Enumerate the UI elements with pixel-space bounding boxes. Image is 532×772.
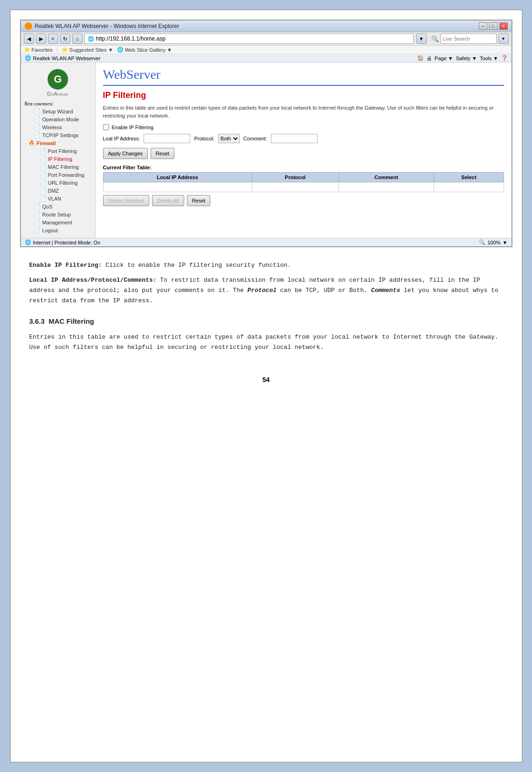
firewall-label-text: Firewall (37, 140, 56, 146)
local-text2: can be TCP, UDP or Both. (276, 287, 371, 294)
protocol-label: Protocol: (194, 136, 214, 141)
page-icon13: 📄 (34, 211, 41, 217)
enable-text: Click to enable the IP filtering securit… (102, 262, 291, 269)
comment-label: Comment: (243, 136, 267, 141)
enable-ip-filtering-checkbox[interactable] (103, 124, 109, 130)
table-reset-button[interactable]: Reset (187, 195, 211, 206)
local-heading: Local IP Address/Protocol/Comments: (29, 277, 157, 284)
address-bar[interactable]: 🌐 http://192.168.1.1/home.asp (84, 34, 414, 44)
sidebar-item-dmz[interactable]: 📄 DMZ (21, 187, 95, 195)
route-setup-label: Route Setup (42, 212, 71, 217)
tcp-ip-label: TCP/IP Settings (42, 132, 79, 138)
sidebar-logo: G GoAhead (21, 66, 95, 99)
suggested-sites[interactable]: ⭐ Suggested Sites ▼ (62, 47, 113, 53)
local-ip-label: Loal IP Address: (103, 136, 140, 141)
sidebar-item-vlan[interactable]: 📄 VLAN (21, 195, 95, 202)
status-right: 🔍 100% ▼ (479, 239, 507, 245)
wireless-label: Wireless (42, 125, 62, 130)
star-icon: ⭐ (24, 47, 30, 53)
logo-letter: G (54, 73, 62, 85)
sidebar-item-operation-mode[interactable]: 📄 Operation Mode (21, 115, 95, 123)
empty-cell-1 (103, 182, 252, 192)
search-input[interactable] (441, 34, 497, 44)
protocol-bold-italic: Protocol (248, 287, 276, 294)
col-protocol: Protocol (252, 173, 339, 182)
page-icon11: 📄 (40, 195, 46, 202)
help-icon: ❓ (501, 55, 508, 61)
browser-controls: ─ □ ✕ (479, 22, 508, 30)
port-forwarding-label: Port Forwarding (48, 172, 84, 178)
address-go-button[interactable]: ▼ (416, 34, 427, 44)
operation-mode-label: Operation Mode (42, 117, 79, 122)
enable-paragraph: Enable IP Filtering: Click to enable the… (29, 260, 503, 271)
mac-filtering-label: MAC Filtering (48, 164, 79, 170)
delete-all-button[interactable]: Delete All (152, 195, 184, 206)
url-filtering-label: URL Filtering (48, 180, 78, 186)
sidebar-item-ip-filtering[interactable]: 📄 IP Filtering (21, 155, 95, 163)
maximize-button[interactable]: □ (489, 22, 497, 30)
status-left: 🌐 Internet | Protected Mode: On (25, 239, 101, 245)
back-button[interactable]: ◀ (24, 34, 34, 44)
refresh-button[interactable]: ↻ (60, 34, 70, 44)
search-icon: 🔍 (431, 35, 439, 42)
page-icon3: 📄 (34, 124, 41, 130)
enable-row: Enable IP Filtering (103, 124, 504, 130)
close-button[interactable]: ✕ (499, 22, 508, 30)
page-menu[interactable]: Page ▼ (435, 56, 453, 61)
browser-navbar: ◀ ▶ ✕ ↻ ⌂ 🌐 http://192.168.1.1/home.asp … (21, 32, 511, 46)
empty-cell-4 (434, 182, 504, 192)
zoom-icon: 🔍 (479, 239, 485, 245)
sidebar-item-tcp-ip[interactable]: 📄 TCP/IP Settings (21, 131, 95, 139)
col-comment: Comment (339, 173, 434, 182)
comment-input[interactable] (271, 134, 318, 143)
sidebar-item-qos[interactable]: 📄 QoS (21, 202, 95, 210)
search-button[interactable]: ▼ (498, 34, 509, 44)
web-slice[interactable]: 🌐 Web Slice Gallery ▼ (117, 47, 172, 53)
tools-menu[interactable]: Tools ▼ (480, 56, 498, 61)
safety-menu[interactable]: Safety ▼ (456, 56, 477, 61)
favorites-bar: ⭐ Favorites | ⭐ Suggested Sites ▼ 🌐 Web … (21, 46, 511, 54)
reset-button[interactable]: Reset (151, 148, 174, 159)
toolbar2-right: 🏠 🖨 Page ▼ Safety ▼ Tools ▼ ❓ (417, 55, 507, 61)
zoom-level: 100% (487, 240, 500, 245)
sidebar-item-mac-filtering[interactable]: 📄 MAC Filtering (21, 163, 95, 171)
vlan-label: VLAN (48, 196, 62, 202)
protocol-select[interactable]: Both TCP UDP (218, 134, 240, 143)
apply-changes-button[interactable]: Apply Changes (103, 148, 148, 159)
stop-button[interactable]: ✕ (48, 34, 58, 44)
sidebar-item-logout[interactable]: 📄 Logout (21, 226, 95, 234)
home-button[interactable]: ⌂ (72, 34, 83, 44)
qos-label: QoS (42, 204, 53, 209)
browser-titlebar: Realtek WLAN AP Webserver - Windows Inte… (21, 21, 511, 32)
suggested-icon: ⭐ (62, 47, 68, 53)
page-icon12: 📄 (34, 203, 41, 209)
sidebar-item-route-setup[interactable]: 📄 Route Setup (21, 210, 95, 218)
favorites-button[interactable]: ⭐ Favorites (24, 47, 53, 53)
sidebar-item-port-forwarding[interactable]: 📄 Port Forwarding (21, 171, 95, 179)
page-icon2: 📄 (34, 116, 41, 122)
ip-filtering-description: Entries in this table are used to restri… (103, 104, 504, 119)
doc-area: Enable IP Filtering: Click to enable the… (20, 256, 512, 362)
forward-button[interactable]: ▶ (36, 34, 46, 44)
divider: | (56, 47, 58, 53)
delete-selected-button[interactable]: Delete Selected (103, 195, 150, 206)
sidebar-item-port-filtering[interactable]: 📄 Port Filtering (21, 147, 95, 155)
site-icon: 🌐 (25, 55, 31, 61)
minimize-button[interactable]: ─ (479, 22, 487, 30)
sidebar-item-wireless[interactable]: 📄 Wireless (21, 123, 95, 131)
col-select: Select (434, 173, 504, 182)
sidebar-item-firewall[interactable]: 🔥 Firewall (21, 139, 95, 147)
sidebar-item-url-filtering[interactable]: 📄 URL Filtering (21, 179, 95, 187)
button-row: Apply Changes Reset (103, 148, 504, 159)
sidebar-item-management[interactable]: 📄 Management (21, 218, 95, 226)
webslice-icon: 🌐 (117, 47, 124, 53)
page-icon: 📄 (34, 108, 41, 114)
zoom-dropdown-icon[interactable]: ▼ (503, 240, 508, 245)
enable-ip-filtering-label: Enable IP Filtering (112, 125, 154, 130)
address-icon: 🌐 (88, 36, 94, 42)
comments-bold-italic: Comments (371, 287, 400, 294)
local-ip-input[interactable] (144, 134, 190, 143)
sidebar-item-setup-wizard[interactable]: 📄 Setup Wizard (21, 107, 95, 115)
empty-cell-2 (252, 182, 339, 192)
page-icon10: 📄 (40, 188, 46, 194)
